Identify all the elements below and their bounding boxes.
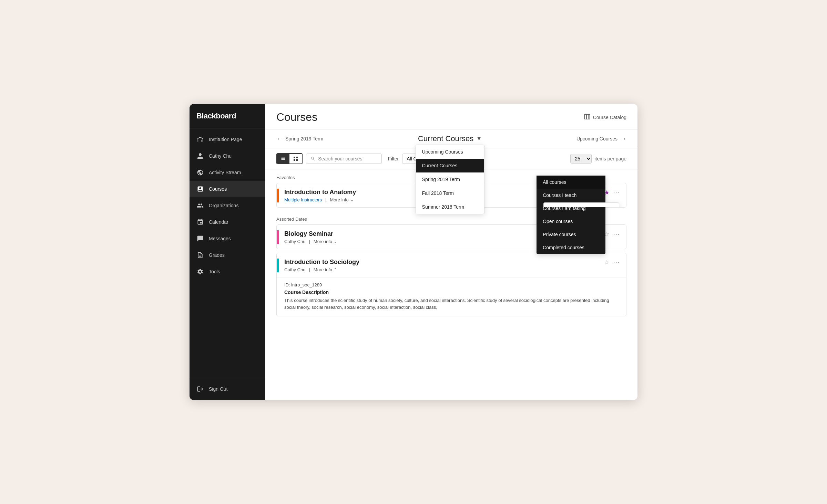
course-catalog-button[interactable]: Course Catalog <box>584 114 626 121</box>
sidebar-item-messages[interactable]: Messages <box>190 230 265 247</box>
sidebar-item-grades[interactable]: Grades <box>190 247 265 263</box>
dropdown-item-spring-2019[interactable]: Spring 2019 Term <box>416 172 484 186</box>
sidebar-item-tools[interactable]: Tools <box>190 263 265 280</box>
course-detail: ID: intro_soc_1289 Course Description Th… <box>277 277 626 316</box>
sidebar-item-label: Calendar <box>209 219 228 225</box>
dropdown-item-current-courses[interactable]: Current Courses <box>416 159 484 172</box>
sidebar-item-label: Sign Out <box>209 386 227 392</box>
course-desc-text: This course introduces the scientific st… <box>284 297 619 311</box>
filter-item-courses-i-teach[interactable]: Courses I teach <box>537 189 605 202</box>
sidebar-item-activity-stream[interactable]: Activity Stream <box>190 164 265 181</box>
items-per-page-select[interactable]: 25 50 100 <box>570 154 592 164</box>
more-info-button[interactable]: More info ⌄ <box>314 239 337 244</box>
ellipsis-button[interactable]: ⋯ <box>613 189 619 196</box>
course-info: Introduction to Sociology Cathy Chu | Mo… <box>279 259 601 272</box>
sidebar-item-sign-out[interactable]: Sign Out <box>190 381 265 397</box>
sidebar-nav: Institution Page Cathy Chu Activity Stre… <box>190 128 265 378</box>
ellipsis-wrap: ⋯ Complete or make course private <box>613 189 619 196</box>
institution-icon <box>196 136 204 143</box>
grid-view-button[interactable] <box>289 154 302 164</box>
search-box <box>306 154 382 164</box>
chevron-up-icon: ⌃ <box>334 267 337 272</box>
prev-term-label: Spring 2019 Term <box>285 136 323 141</box>
course-nav-bar: ← Spring 2019 Term Current Courses ▼ Upc… <box>265 129 637 148</box>
catalog-icon <box>584 114 590 121</box>
chevron-down-icon: ⌄ <box>350 197 354 202</box>
next-arrow-icon: → <box>620 135 626 143</box>
sidebar-item-calendar[interactable]: Calendar <box>190 214 265 230</box>
grades-icon <box>196 251 204 259</box>
filter-item-private-courses[interactable]: Private courses <box>537 228 605 241</box>
filter-dropdown-menu: All courses Courses I teach Courses I am… <box>537 176 605 254</box>
sidebar-item-cathy-chu[interactable]: Cathy Chu <box>190 148 265 164</box>
items-per-page-label: items per page <box>594 156 626 161</box>
course-id: ID: intro_soc_1289 <box>284 282 619 287</box>
search-input[interactable] <box>318 156 377 161</box>
org-icon <box>196 202 204 209</box>
next-term-label: Upcoming Courses <box>576 136 617 141</box>
calendar-icon <box>196 218 204 226</box>
prev-arrow-icon: ← <box>276 135 283 143</box>
filter-item-open-courses[interactable]: Open courses <box>537 215 605 228</box>
sidebar-item-organizations[interactable]: Organizations <box>190 197 265 214</box>
context-item-complete-private[interactable]: Complete or make course private <box>544 203 619 208</box>
sidebar-item-label: Messages <box>209 236 231 241</box>
view-toggle <box>276 153 303 164</box>
chevron-down-icon: ▼ <box>476 136 482 142</box>
globe-icon <box>196 169 204 176</box>
more-info-button[interactable]: More info ⌄ <box>330 197 354 202</box>
course-actions: ☆ ⋯ <box>604 259 621 266</box>
instructor-name: Cathy Chu <box>284 239 305 244</box>
prev-term-button[interactable]: ← Spring 2019 Term <box>276 135 323 143</box>
search-icon <box>310 156 315 161</box>
sidebar-item-label: Tools <box>209 269 220 274</box>
sidebar-bottom: Sign Out <box>190 378 265 400</box>
dropdown-item-summer-2018[interactable]: Summer 2018 Term <box>416 200 484 214</box>
sidebar-item-label: Cathy Chu <box>209 153 232 159</box>
course-card-intro-sociology: Introduction to Sociology Cathy Chu | Mo… <box>276 253 626 316</box>
user-icon <box>196 152 204 160</box>
sidebar-item-institution-page[interactable]: Institution Page <box>190 131 265 148</box>
star-button[interactable]: ☆ <box>604 259 610 266</box>
tools-icon <box>196 268 204 275</box>
sidebar-item-label: Activity Stream <box>209 170 241 175</box>
sidebar-item-label: Organizations <box>209 203 238 208</box>
course-catalog-label: Course Catalog <box>593 115 626 120</box>
sidebar-item-label: Grades <box>209 252 225 258</box>
filter-item-all-courses[interactable]: All courses <box>537 176 605 189</box>
instructor-name: Cathy Chu <box>284 267 305 272</box>
svg-rect-2 <box>588 114 590 119</box>
term-dropdown-menu: Upcoming Courses Current Courses Spring … <box>416 145 484 214</box>
course-desc-title: Course Description <box>284 290 619 295</box>
course-card-main: Introduction to Sociology Cathy Chu | Mo… <box>277 253 626 277</box>
next-term-button[interactable]: Upcoming Courses → <box>576 135 626 143</box>
svg-rect-1 <box>586 114 588 119</box>
dropdown-item-upcoming-courses[interactable]: Upcoming Courses <box>416 145 484 159</box>
main-header: Courses Course Catalog <box>265 104 637 129</box>
instructor-link[interactable]: Multiple Instructors <box>284 197 322 202</box>
filter-label: Filter <box>388 156 399 161</box>
course-title[interactable]: Introduction to Sociology <box>284 259 601 266</box>
course-actions: ☆ ⋯ <box>604 230 621 238</box>
context-menu: Complete or make course private Hide cou… <box>543 202 619 208</box>
filter-item-completed-courses[interactable]: Completed courses <box>537 241 605 254</box>
signout-icon <box>196 385 204 393</box>
course-meta: Cathy Chu | More info ⌃ <box>284 267 601 272</box>
main-content: Courses Course Catalog ← Spring 2019 Ter… <box>265 104 637 400</box>
sidebar-item-courses[interactable]: Courses <box>190 181 265 197</box>
more-info-button[interactable]: More info ⌃ <box>314 267 337 272</box>
sidebar-item-label: Courses <box>209 186 227 192</box>
items-per-page: 25 50 100 items per page <box>570 154 626 164</box>
current-term-label: Current Courses <box>418 134 473 143</box>
page-title: Courses <box>276 111 317 124</box>
current-term-dropdown[interactable]: Current Courses ▼ Upcoming Courses Curre… <box>418 134 482 143</box>
app-container: Blackboard Institution Page Cathy Chu <box>190 104 637 400</box>
chevron-down-icon: ⌄ <box>334 239 337 244</box>
app-logo: Blackboard <box>196 112 236 120</box>
list-view-button[interactable] <box>277 154 289 164</box>
ellipsis-button[interactable]: ⋯ <box>613 230 619 238</box>
ellipsis-button[interactable]: ⋯ <box>613 259 619 266</box>
sidebar-item-label: Institution Page <box>209 137 242 142</box>
dropdown-item-fall-2018[interactable]: Fall 2018 Term <box>416 186 484 200</box>
svg-rect-0 <box>584 114 586 119</box>
